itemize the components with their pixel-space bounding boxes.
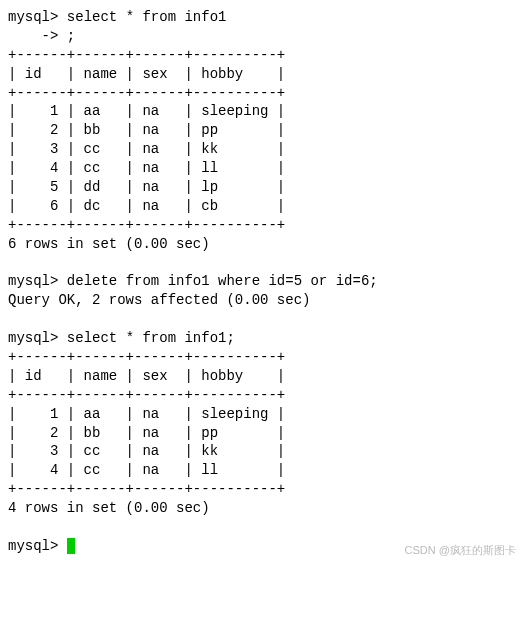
table-row: | 3 | cc | na | kk | bbox=[8, 141, 285, 157]
table-row: | 2 | bb | na | pp | bbox=[8, 122, 285, 138]
continuation-prompt: -> bbox=[8, 28, 58, 44]
watermark-text: CSDN @疯狂的斯图卡 bbox=[405, 543, 516, 558]
prompt: mysql> bbox=[8, 9, 58, 25]
table-row: | 1 | aa | na | sleeping | bbox=[8, 103, 285, 119]
table-row: | 6 | dc | na | cb | bbox=[8, 198, 285, 214]
table-border: +------+------+------+----------+ bbox=[8, 349, 285, 365]
query-text: ; bbox=[67, 28, 75, 44]
table-header: | id | name | sex | hobby | bbox=[8, 368, 285, 384]
table-header: | id | name | sex | hobby | bbox=[8, 66, 285, 82]
result-footer: 4 rows in set (0.00 sec) bbox=[8, 500, 210, 516]
table-border: +------+------+------+----------+ bbox=[8, 85, 285, 101]
table-border: +------+------+------+----------+ bbox=[8, 217, 285, 233]
query-text: select * from info1 bbox=[67, 9, 227, 25]
table-border: +------+------+------+----------+ bbox=[8, 47, 285, 63]
table-row: | 4 | cc | na | ll | bbox=[8, 462, 285, 478]
query-text: delete from info1 where id=5 or id=6; bbox=[67, 273, 378, 289]
prompt: mysql> bbox=[8, 273, 58, 289]
table-border: +------+------+------+----------+ bbox=[8, 387, 285, 403]
query-text: select * from info1; bbox=[67, 330, 235, 346]
table-border: +------+------+------+----------+ bbox=[8, 481, 285, 497]
mysql-terminal[interactable]: mysql> select * from info1 -> ; +------+… bbox=[8, 8, 516, 556]
prompt: mysql> bbox=[8, 538, 58, 554]
prompt: mysql> bbox=[8, 330, 58, 346]
table-row: | 1 | aa | na | sleeping | bbox=[8, 406, 285, 422]
table-row: | 3 | cc | na | kk | bbox=[8, 443, 285, 459]
result-footer: 6 rows in set (0.00 sec) bbox=[8, 236, 210, 252]
table-row: | 4 | cc | na | ll | bbox=[8, 160, 285, 176]
cursor-icon bbox=[67, 538, 75, 554]
table-row: | 5 | dd | na | lp | bbox=[8, 179, 285, 195]
table-row: | 2 | bb | na | pp | bbox=[8, 425, 285, 441]
query-result: Query OK, 2 rows affected (0.00 sec) bbox=[8, 292, 310, 308]
